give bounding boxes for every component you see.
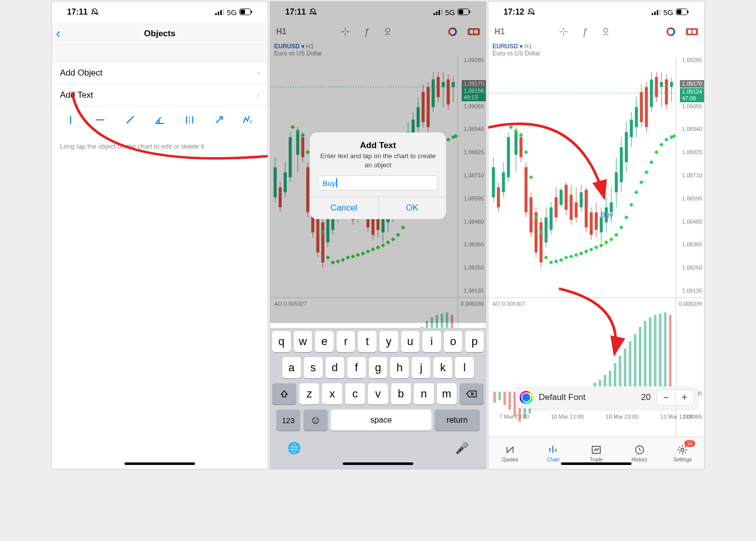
trendline-icon[interactable] xyxy=(122,112,138,127)
add-object-row[interactable]: Add Object › xyxy=(52,62,268,84)
key-w[interactable]: w xyxy=(294,331,312,352)
svg-rect-283 xyxy=(594,245,598,249)
ok-button[interactable]: OK xyxy=(379,197,447,219)
key-q[interactable]: q xyxy=(272,331,291,352)
key-h[interactable]: h xyxy=(390,357,409,378)
key-u[interactable]: u xyxy=(401,331,420,352)
svg-rect-330 xyxy=(644,321,647,392)
font-label[interactable]: Default Font xyxy=(539,392,586,402)
key-k[interactable]: k xyxy=(433,357,452,378)
key-b[interactable]: b xyxy=(391,383,411,404)
hline-icon[interactable] xyxy=(93,112,108,127)
svg-rect-181 xyxy=(687,11,688,13)
key-d[interactable]: d xyxy=(326,357,344,378)
key-o[interactable]: o xyxy=(444,331,463,352)
svg-rect-199 xyxy=(502,172,505,192)
ao-top: 0.006039 xyxy=(679,301,702,307)
key-a[interactable]: a xyxy=(282,357,301,378)
alert-input[interactable]: Buy xyxy=(318,175,438,190)
angle-icon[interactable] xyxy=(152,112,167,127)
elliott-icon[interactable]: E xyxy=(241,112,256,127)
svg-rect-297 xyxy=(664,138,668,142)
mic-icon[interactable]: 🎤 xyxy=(455,442,469,455)
svg-rect-2 xyxy=(220,10,222,15)
globe-icon[interactable]: 🌐 xyxy=(287,442,301,455)
vline-icon[interactable] xyxy=(63,112,78,127)
timeframe-label[interactable]: H1 xyxy=(494,27,505,36)
objects-icon[interactable] xyxy=(600,26,612,38)
status-bar: 17:11 5G xyxy=(52,2,268,23)
key-p[interactable]: p xyxy=(465,331,484,352)
svg-rect-263 xyxy=(665,80,668,105)
indicator-icon[interactable]: ƒ xyxy=(579,26,591,38)
tab-quotes[interactable]: Quotes xyxy=(488,437,532,469)
decrease-button[interactable]: − xyxy=(657,390,675,405)
color-picker[interactable] xyxy=(520,391,533,404)
key-v[interactable]: v xyxy=(368,383,388,404)
svg-rect-197 xyxy=(497,187,500,208)
svg-rect-189 xyxy=(688,30,691,34)
time-axis: 7 Mar 23:0010 Mar 11:0010 Mar 23:0011 Ma… xyxy=(488,414,704,420)
svg-rect-328 xyxy=(634,334,637,392)
svg-rect-235 xyxy=(595,213,598,230)
svg-rect-175 xyxy=(652,13,653,15)
add-text-label: Add Text xyxy=(60,90,93,100)
back-button[interactable]: ‹ xyxy=(56,26,60,41)
svg-rect-257 xyxy=(650,80,653,107)
key-s[interactable]: s xyxy=(304,357,323,378)
svg-rect-261 xyxy=(660,82,663,87)
svg-rect-273 xyxy=(544,255,548,259)
key-e[interactable]: e xyxy=(315,331,334,352)
key-g[interactable]: g xyxy=(369,357,388,378)
crosshair-icon[interactable] xyxy=(557,26,570,38)
key-i[interactable]: i xyxy=(422,331,441,352)
svg-rect-209 xyxy=(530,197,533,233)
shift-key[interactable] xyxy=(272,383,296,404)
svg-rect-292 xyxy=(639,180,643,184)
svg-rect-207 xyxy=(525,167,528,213)
svg-rect-279 xyxy=(574,253,578,257)
svg-rect-286 xyxy=(609,237,613,241)
add-object-label: Add Object xyxy=(60,68,102,78)
arrow-icon[interactable] xyxy=(212,112,227,127)
space-key[interactable]: space xyxy=(331,410,431,431)
object-type-toolbar: E xyxy=(52,106,268,133)
emoji-key[interactable]: ☺ xyxy=(303,410,328,431)
alert-title: Add Text xyxy=(310,132,446,152)
add-text-alert: Add Text Enter text and tap on the chart… xyxy=(310,132,446,219)
key-t[interactable]: t xyxy=(358,331,376,352)
numeric-key[interactable]: 123 xyxy=(276,410,300,431)
return-key[interactable]: return xyxy=(434,410,480,431)
key-z[interactable]: z xyxy=(299,383,319,404)
svg-rect-293 xyxy=(644,170,648,174)
svg-rect-229 xyxy=(580,192,583,208)
increase-button[interactable]: + xyxy=(675,390,694,405)
key-c[interactable]: c xyxy=(345,383,365,404)
key-m[interactable]: m xyxy=(437,383,457,404)
svg-rect-245 xyxy=(620,147,623,182)
ring-icon[interactable] xyxy=(665,26,677,38)
font-size-stepper: − + xyxy=(657,389,694,405)
tab-settings[interactable]: Settings16 xyxy=(661,437,704,469)
chart-text-object[interactable]: Buy xyxy=(600,210,613,219)
key-j[interactable]: j xyxy=(412,357,430,378)
svg-rect-265 xyxy=(670,82,673,87)
network-label: 5G xyxy=(663,8,673,17)
add-text-row[interactable]: Add Text › xyxy=(52,84,268,106)
chart-area[interactable]: 1.092851.091701.090551.089401.088251.087… xyxy=(488,57,704,469)
trade-icon[interactable] xyxy=(686,26,698,38)
status-time: 17:12 xyxy=(503,8,524,17)
svg-rect-247 xyxy=(625,132,628,162)
fib-icon[interactable] xyxy=(182,112,197,127)
key-n[interactable]: n xyxy=(414,383,433,404)
key-l[interactable]: l xyxy=(455,357,474,378)
svg-rect-282 xyxy=(589,247,593,251)
backspace-key[interactable] xyxy=(460,383,484,404)
svg-rect-285 xyxy=(604,240,608,244)
key-y[interactable]: y xyxy=(380,331,398,352)
cancel-button[interactable]: Cancel xyxy=(310,197,379,219)
key-f[interactable]: f xyxy=(347,357,366,378)
key-x[interactable]: x xyxy=(322,383,342,404)
key-r[interactable]: r xyxy=(337,331,355,352)
svg-rect-180 xyxy=(677,10,681,14)
